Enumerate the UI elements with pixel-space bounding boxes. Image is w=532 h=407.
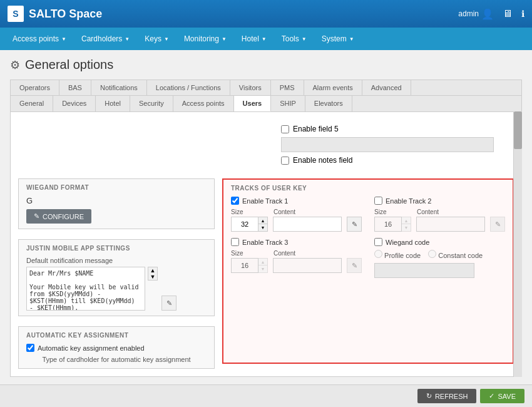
track3-enable-row: Enable Track 3 (231, 238, 362, 246)
track1-checkbox[interactable] (231, 197, 239, 205)
track2-content-input[interactable] (416, 217, 485, 232)
nav-bar: Access points ▼ Cardholders ▼ Keys ▼ Mon… (0, 28, 532, 50)
user-icon: 👤 (481, 8, 494, 20)
tab-visitors[interactable]: Visitors (230, 80, 271, 95)
tab-notifications[interactable]: Notifications (91, 80, 147, 95)
track1-fields-header: Size Content (231, 209, 362, 215)
nav-tools[interactable]: Tools ▼ (274, 28, 314, 50)
track3-spinner-up[interactable]: ▲ (258, 259, 267, 265)
tab-operators[interactable]: Operators (11, 80, 59, 95)
msg-container: ▲ ▼ ✎ (26, 267, 207, 311)
nav-monitoring[interactable]: Monitoring ▼ (176, 28, 234, 50)
track1-spinner-up[interactable]: ▲ (258, 217, 267, 224)
nav-system[interactable]: System ▼ (314, 28, 362, 50)
save-button[interactable]: ✓ SAVE (480, 389, 524, 403)
nav-keys[interactable]: Keys ▼ (137, 28, 176, 50)
track1-spinner-down[interactable]: ▼ (258, 224, 267, 231)
track2-enable-row: Enable Track 2 (374, 197, 505, 205)
scrollbar-thumb (514, 111, 522, 149)
profile-code-radio[interactable] (374, 250, 382, 258)
auto-key-checkbox[interactable] (26, 344, 34, 352)
tab-locations[interactable]: Locations / Functions (147, 80, 230, 95)
wiegand-code-checkbox[interactable] (374, 238, 382, 246)
admin-link[interactable]: admin 👤 (458, 8, 494, 20)
caret-icon: ▼ (164, 36, 169, 42)
track2-fields: ▲ ▼ ✎ (374, 217, 505, 232)
track2-spinner-down[interactable]: ▼ (402, 224, 411, 231)
msg-textarea[interactable] (26, 267, 145, 311)
tab-advanced[interactable]: Advanced (362, 80, 411, 95)
track3-col: Enable Track 3 Size Content (231, 238, 362, 278)
wiegand-code-col: Wiegand code Profile code Constant code (374, 238, 505, 278)
enable-notes-checkbox[interactable] (281, 157, 289, 165)
scroll-up-icon[interactable]: ▲ (150, 267, 156, 274)
tab-devices[interactable]: Devices (53, 96, 96, 111)
track1-size-input[interactable]: 32 (231, 217, 258, 232)
profile-code-radio-label[interactable]: Profile code (374, 250, 421, 259)
tab-security[interactable]: Security (130, 96, 173, 111)
caret-icon: ▼ (61, 36, 66, 42)
track2-size-input[interactable] (374, 217, 402, 232)
track2-size-spinner: ▲ ▼ (374, 217, 411, 232)
monitor-icon[interactable]: 🖥 (503, 8, 513, 19)
nav-hotel[interactable]: Hotel ▼ (234, 28, 274, 50)
auto-type-row: Type of cardholder for automatic key ass… (26, 356, 207, 363)
tab-ship[interactable]: SHIP (271, 96, 305, 111)
nav-cardholders[interactable]: Cardholders ▼ (74, 28, 137, 50)
tab-pms[interactable]: PMS (271, 80, 304, 95)
track1-col: Enable Track 1 Size Content (231, 197, 362, 232)
info-icon[interactable]: ℹ (521, 9, 524, 19)
tab-hotel[interactable]: Hotel (96, 96, 130, 111)
track3-size-input[interactable] (231, 258, 258, 273)
enable-field5-label: Enable field 5 (293, 125, 339, 133)
track3-content-input[interactable] (273, 258, 342, 273)
track2-edit-button[interactable]: ✎ (490, 217, 505, 232)
track2-spinner-up[interactable]: ▲ (402, 217, 411, 224)
caret-icon: ▼ (222, 36, 227, 42)
tracks-section: TRACKS OF USER KEY Enable Track 1 Size (222, 178, 514, 364)
msg-edit-button[interactable]: ✎ (161, 296, 176, 311)
content-wrapper: Enable field 5 Enable notes field WIEGAN… (10, 111, 522, 377)
track1-label: Enable Track 1 (242, 197, 288, 205)
justin-section: JUSTIN MOBILE APP SETTINGS Default notif… (18, 239, 215, 316)
track3-size-spinner: ▲ ▼ (231, 258, 268, 273)
track3-checkbox[interactable] (231, 238, 239, 246)
track2-col: Enable Track 2 Size Content (374, 197, 505, 232)
bottom-bar: ↻ REFRESH ✓ SAVE (0, 384, 532, 407)
track2-spinner-arrows: ▲ ▼ (402, 217, 411, 232)
save-icon: ✓ (489, 392, 494, 400)
track1-edit-button[interactable]: ✎ (347, 217, 362, 232)
refresh-button[interactable]: ↻ REFRESH (417, 389, 477, 403)
nav-access-points[interactable]: Access points ▼ (5, 28, 74, 50)
track3-spinner-arrows: ▲ ▼ (258, 258, 268, 273)
track1-content-input[interactable]: $ROMDEC (273, 217, 342, 232)
tab-elevators[interactable]: Elevators (305, 96, 352, 111)
refresh-label: REFRESH (435, 393, 468, 400)
configure-button[interactable]: ✎ CONFIGURE (26, 209, 91, 224)
scroll-down-icon[interactable]: ▼ (150, 274, 156, 280)
enable-field5-row: Enable field 5 (281, 125, 514, 133)
refresh-icon: ↻ (426, 392, 432, 400)
wiegand-code-input[interactable] (374, 263, 474, 278)
tab-bas[interactable]: BAS (59, 80, 91, 95)
track-bottom-row: Enable Track 3 Size Content (231, 238, 505, 278)
enable-fields: Enable field 5 Enable notes field (281, 120, 514, 173)
enable-field5-checkbox[interactable] (281, 125, 289, 133)
track3-edit-button[interactable]: ✎ (347, 258, 362, 273)
track3-spinner-down[interactable]: ▼ (258, 265, 267, 272)
tab-general[interactable]: General (11, 96, 53, 111)
wiegand-code-label: Wiegand code (386, 239, 429, 246)
tab-users[interactable]: Users (234, 96, 272, 111)
track2-checkbox[interactable] (374, 197, 382, 205)
track1-spinner-arrows: ▲ ▼ (258, 217, 268, 232)
wiegand-section: WIEGAND FORMAT G ✎ CONFIGURE (18, 178, 215, 229)
constant-code-radio-label[interactable]: Constant code (428, 250, 483, 259)
track3-fields: ▲ ▼ ✎ (231, 258, 362, 273)
tab-access-points[interactable]: Access points (173, 96, 234, 111)
tab-alarm-events[interactable]: Alarm events (304, 80, 362, 95)
logo-square: S (8, 6, 24, 22)
field5-input[interactable] (281, 137, 494, 152)
constant-code-radio[interactable] (428, 250, 436, 258)
scrollbar-track[interactable] (513, 111, 522, 377)
auto-key-title: AUTOMATIC KEY ASSIGNMENT (26, 332, 207, 339)
